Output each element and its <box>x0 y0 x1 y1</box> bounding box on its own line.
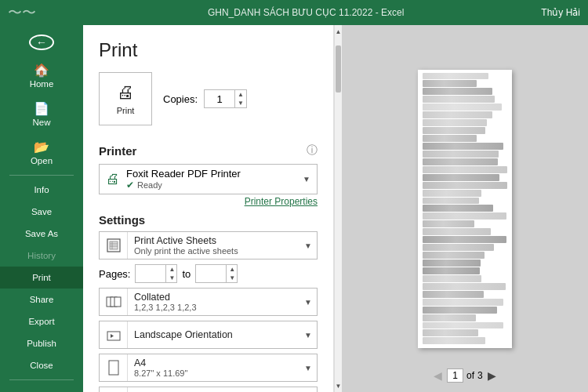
sidebar-open-label: Open <box>31 156 53 165</box>
table-row <box>423 88 492 95</box>
collation-main: Collated <box>134 292 293 303</box>
preview-content <box>418 70 512 348</box>
sidebar-item-open[interactable]: 📂 Open <box>0 133 83 172</box>
table-row <box>423 337 485 344</box>
sidebar-item-publish[interactable]: Publish <box>0 332 83 354</box>
top-bar: 〜〜 GHN_DANH SÁCH BƯU CỤC 11.2022 - Excel… <box>0 0 588 25</box>
svg-rect-1 <box>110 241 118 249</box>
page-from-up[interactable]: ▲ <box>166 265 177 274</box>
print-scope-text: Print Active Sheets Only print the activ… <box>128 232 299 259</box>
sidebar-item-save-as[interactable]: Save As <box>0 223 83 245</box>
prev-page-button[interactable]: ◀ <box>434 369 442 382</box>
table-row <box>423 299 503 306</box>
sidebar-item-info[interactable]: Info <box>0 179 83 201</box>
audio-icon: 〜〜 <box>8 3 36 22</box>
sidebar-close-label: Close <box>30 361 53 370</box>
scroll-track <box>335 38 342 379</box>
table-row <box>423 329 478 336</box>
orientation-icon <box>100 321 128 348</box>
copies-up[interactable]: ▲ <box>235 90 246 99</box>
current-page-number: 1 <box>452 370 458 381</box>
window-controls: 〜〜 <box>8 3 71 22</box>
orientation-main: Landscape Orientation <box>134 329 293 340</box>
content-area: Print 🖨 Print Copies: ▲ ▼ <box>83 25 588 392</box>
setting-collation[interactable]: Collated 1,2,3 1,2,3 1,2,3 ▼ <box>99 288 318 316</box>
panel-scrollbar[interactable]: ▲ ▼ <box>334 25 342 392</box>
copies-down[interactable]: ▼ <box>235 99 246 107</box>
total-pages: 3 <box>477 370 483 381</box>
sidebar-item-save[interactable]: Save <box>0 201 83 223</box>
copies-row: Copies: ▲ ▼ <box>163 89 247 108</box>
table-row <box>423 275 481 282</box>
page-from-spinner: ▲ ▼ <box>165 265 177 282</box>
printer-info: 🖨 Foxit Reader PDF Printer ✔ Ready <box>106 168 241 191</box>
sidebar-item-share[interactable]: Share <box>0 289 83 310</box>
home-icon: 🏠 <box>34 63 49 78</box>
sidebar-item-new[interactable]: 📄 New <box>0 95 83 133</box>
scroll-down-button[interactable]: ▼ <box>335 379 342 392</box>
table-row <box>423 119 487 126</box>
setting-orientation[interactable]: Landscape Orientation ▼ <box>99 321 318 349</box>
sidebar-item-home[interactable]: 🏠 Home <box>0 56 83 95</box>
sidebar-item-more[interactable]: ⚙ More... <box>0 383 83 392</box>
table-row <box>423 307 497 314</box>
printer-section-label: Printer <box>99 144 136 158</box>
table-row <box>423 151 499 158</box>
setting-print-scope[interactable]: Print Active Sheets Only print the activ… <box>99 231 318 260</box>
preview-area: ◀ 1 of 3 ▶ <box>342 25 588 392</box>
page-to-down[interactable]: ▼ <box>227 274 238 282</box>
pages-label: Pages: <box>99 268 130 280</box>
table-row <box>423 166 507 173</box>
paper-size-sub: 8.27" x 11.69" <box>134 368 293 378</box>
sidebar-item-close[interactable]: Close <box>0 354 83 376</box>
page-from-wrap[interactable]: ▲ ▼ <box>135 264 177 283</box>
print-scope-main: Print Active Sheets <box>134 235 293 246</box>
page-from-down[interactable]: ▼ <box>166 274 177 282</box>
table-row <box>423 228 491 235</box>
sidebar-item-history: History <box>0 245 83 267</box>
paper-size-text: A4 8.27" x 11.69" <box>128 354 299 381</box>
table-row <box>423 260 481 267</box>
table-row <box>423 80 477 87</box>
table-row <box>423 291 484 298</box>
copies-input-wrap[interactable]: ▲ ▼ <box>204 89 247 108</box>
current-page-box[interactable]: 1 <box>447 368 463 383</box>
scroll-up-button[interactable]: ▲ <box>335 25 342 38</box>
margins-icon <box>100 387 128 392</box>
main-layout: ← 🏠 Home 📄 New 📂 Open Info Save Save As … <box>0 25 588 392</box>
next-page-button[interactable]: ▶ <box>488 369 496 382</box>
page-of-label: of <box>466 370 474 381</box>
copies-spinner: ▲ ▼ <box>234 90 246 107</box>
preview-navigation: ◀ 1 of 3 ▶ <box>342 365 588 386</box>
page-from-input[interactable] <box>136 266 165 282</box>
page-to-wrap[interactable]: ▲ ▼ <box>195 264 238 283</box>
print-button[interactable]: 🖨 Print <box>99 72 152 125</box>
printer-device-icon: 🖨 <box>106 171 120 187</box>
sidebar-info-label: Info <box>34 185 49 194</box>
table-row <box>423 143 503 150</box>
copies-input[interactable] <box>205 92 234 107</box>
paper-size-arrow: ▼ <box>299 364 317 372</box>
page-to-input[interactable] <box>196 266 226 282</box>
page-number-display: 1 of 3 <box>447 368 482 383</box>
table-row <box>423 267 480 274</box>
printer-select[interactable]: 🖨 Foxit Reader PDF Printer ✔ Ready ▼ <box>99 164 318 194</box>
back-button[interactable]: ← <box>29 34 54 50</box>
sidebar-item-print[interactable]: Print <box>0 267 83 289</box>
setting-margins[interactable]: Custom Margins ▼ <box>99 387 318 392</box>
sidebar-divider-2 <box>9 379 74 380</box>
document-title: GHN_DANH SÁCH BƯU CỤC 11.2022 - Excel <box>71 7 541 18</box>
page-to-spinner: ▲ ▼ <box>226 265 238 282</box>
pages-to-label: to <box>182 268 191 280</box>
page-to-up[interactable]: ▲ <box>227 265 238 274</box>
table-row <box>423 244 494 251</box>
scroll-thumb[interactable] <box>336 45 341 93</box>
sidebar-item-export[interactable]: Export <box>0 310 83 332</box>
table-row <box>423 205 493 212</box>
printer-properties-link[interactable]: Printer Properties <box>99 196 318 207</box>
setting-paper-size[interactable]: A4 8.27" x 11.69" ▼ <box>99 354 318 382</box>
table-row <box>423 73 488 80</box>
table-row <box>423 198 479 205</box>
sidebar-saveas-label: Save As <box>25 229 58 238</box>
open-icon: 📂 <box>34 140 49 154</box>
